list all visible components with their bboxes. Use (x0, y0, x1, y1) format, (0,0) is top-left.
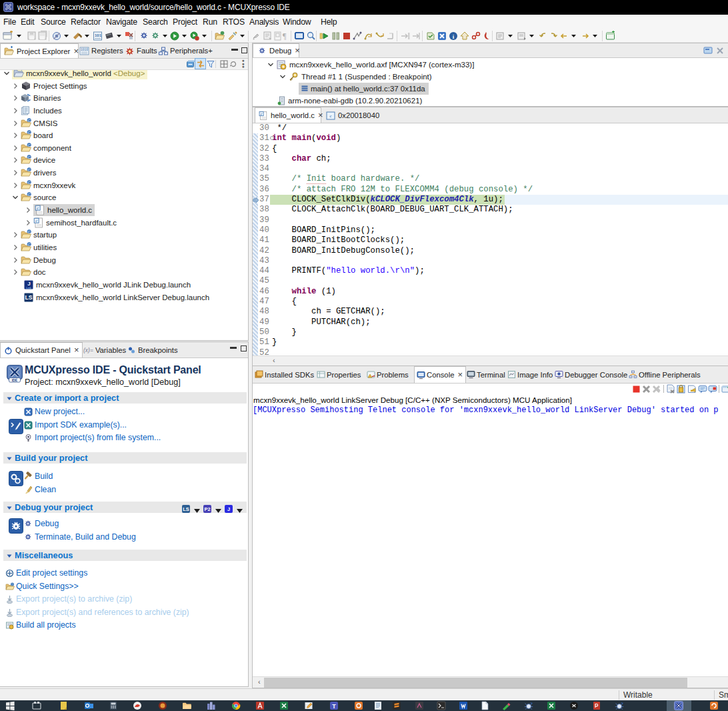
svg-text:LS: LS (183, 506, 189, 512)
svg-text:P2: P2 (204, 506, 210, 512)
svg-text:IDE: IDE (12, 378, 18, 382)
svg-text:C: C (28, 155, 31, 159)
svg-text:Link: Link (26, 286, 32, 289)
svg-text:C: C (28, 230, 31, 234)
svg-text:J: J (227, 506, 230, 512)
svg-text:C: C (28, 180, 31, 184)
svg-text:C: C (28, 193, 31, 197)
svg-text:C: C (28, 243, 31, 247)
svg-text:C: C (28, 131, 31, 135)
svg-text:C: C (28, 143, 31, 147)
svg-text:T: T (332, 703, 336, 710)
svg-text:C: C (28, 168, 31, 172)
svg-text:c: c (261, 111, 263, 115)
svg-text:c: c (329, 113, 331, 119)
svg-text:C: C (28, 118, 31, 122)
svg-text:1010: 1010 (81, 48, 88, 51)
svg-text:LS: LS (25, 294, 33, 301)
svg-text:¶: ¶ (283, 31, 287, 41)
svg-text:101: 101 (95, 33, 102, 37)
